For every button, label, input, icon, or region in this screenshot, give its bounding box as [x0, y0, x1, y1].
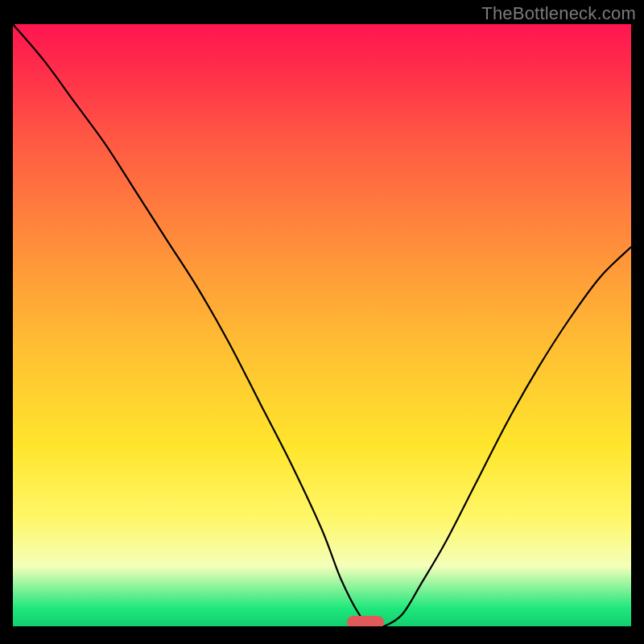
bottleneck-curve: [13, 24, 631, 626]
plot-area: [13, 24, 631, 626]
watermark-text: TheBottleneck.com: [481, 3, 636, 24]
chart-frame: TheBottleneck.com: [0, 0, 644, 644]
optimum-marker: [347, 616, 384, 626]
